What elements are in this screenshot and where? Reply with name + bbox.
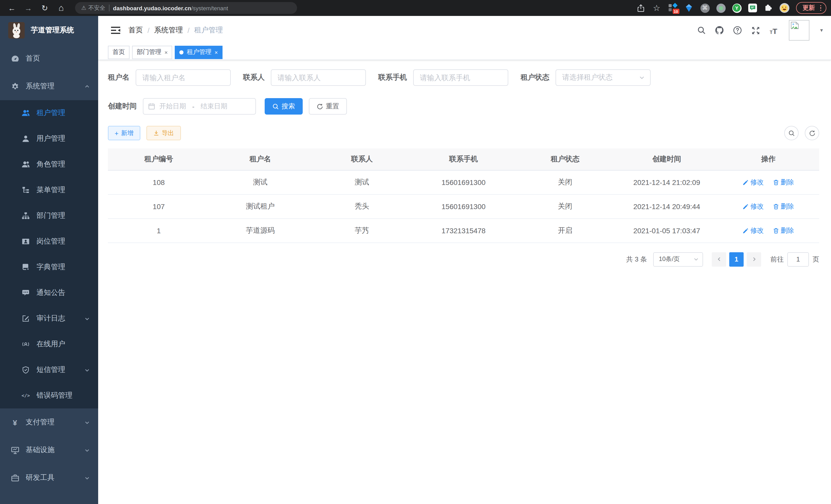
sidebar-item-dept[interactable]: 部门管理 [0, 203, 98, 229]
sidebar-item-system[interactable]: 系统管理 [0, 72, 98, 100]
cell-status: 关闭 [514, 170, 616, 194]
close-icon[interactable]: × [214, 49, 218, 55]
sidebar-item-post[interactable]: 岗位管理 [0, 229, 98, 254]
close-icon[interactable]: × [165, 49, 168, 55]
browser-reload-icon[interactable]: ↻ [38, 1, 51, 14]
sidebar-item-tenant[interactable]: 租户管理 [0, 100, 98, 126]
table-row: 107 测试租户 秃头 15601691300 关闭 2021-12-14 20… [108, 194, 819, 218]
active-tab-dot [180, 50, 184, 54]
badge-square2-icon [668, 8, 671, 11]
form-item-contact: 联系人 [243, 69, 366, 86]
font-size-icon[interactable]: TT [769, 26, 778, 35]
goto-page-input[interactable] [787, 252, 809, 266]
edit-link[interactable]: 修改 [743, 226, 764, 235]
extensions-puzzle-icon[interactable] [764, 3, 773, 12]
sidebar-item-user[interactable]: 用户管理 [0, 126, 98, 152]
sidebar: 芋道管理系统 首页 系统管理 [0, 16, 98, 504]
browser-forward-icon[interactable]: → [22, 1, 35, 14]
delete-link[interactable]: 删除 [773, 226, 794, 235]
sidebar-item-payment[interactable]: ¥ 支付管理 [0, 409, 98, 436]
edit-link-label: 修改 [750, 202, 764, 211]
sidebar-item-label: 岗位管理 [36, 237, 65, 246]
reset-button[interactable]: 重置 [309, 98, 347, 115]
field-label: 创建时间 [108, 102, 143, 111]
page-number-button[interactable]: 1 [729, 252, 744, 266]
breadcrumb-item-system[interactable]: 系统管理 [154, 26, 183, 35]
chat-extension-icon[interactable] [748, 4, 757, 12]
search-button[interactable]: 搜索 [265, 98, 303, 115]
sidebar-item-dev-tools[interactable]: 研发工具 [0, 464, 98, 492]
sidebar-logo-row: 芋道管理系统 [0, 16, 98, 45]
delete-link[interactable]: 删除 [773, 178, 794, 187]
chevron-down-icon [84, 419, 90, 425]
page-size-value: 10条/页 [659, 255, 693, 264]
extension-badge-icon[interactable]: 10 [668, 3, 678, 13]
next-page-button[interactable] [747, 252, 761, 266]
export-button[interactable]: 导出 [146, 126, 181, 140]
gem-extension-icon[interactable] [684, 3, 693, 12]
sidebar-toggle-icon[interactable] [111, 26, 121, 35]
url-host: dashboard.yudao.iocoder.cn [113, 5, 192, 11]
breadcrumb-item-home[interactable]: 首页 [128, 26, 143, 35]
tenant-name-input[interactable] [136, 69, 231, 86]
contact-input[interactable] [271, 69, 366, 86]
browser-back-icon[interactable]: ← [5, 1, 19, 14]
address-bar[interactable]: ⚠ 不安全 dashboard.yudao.iocoder.cn/system/… [75, 2, 297, 14]
cell-actions: 修改 删除 [717, 218, 819, 242]
dot-extension-icon[interactable] [716, 3, 725, 12]
tab-home[interactable]: 首页 [108, 46, 130, 59]
sidebar-item-infrastructure[interactable]: 基础设施 [0, 436, 98, 464]
add-button[interactable]: + 新增 [108, 126, 140, 140]
page-size-select[interactable]: 10条/页 [653, 252, 703, 266]
prev-page-button[interactable] [712, 252, 726, 266]
github-icon[interactable] [715, 26, 724, 35]
omnibox-divider [109, 5, 110, 11]
delete-link[interactable]: 删除 [773, 202, 794, 211]
tab-tenant[interactable]: 租户管理 × [175, 46, 223, 59]
user-avatar[interactable] [789, 20, 809, 40]
sidebar-item-audit-log[interactable]: 审计日志 [0, 306, 98, 331]
avatar-caret-icon[interactable]: ▼ [819, 28, 824, 33]
sidebar-item-error-code[interactable]: </> 错误码管理 [0, 383, 98, 409]
sidebar-item-dict[interactable]: 字典管理 [0, 254, 98, 280]
sidebar-item-label: 字典管理 [36, 263, 65, 272]
mobile-input[interactable] [413, 69, 508, 86]
id-badge-icon [21, 237, 30, 246]
toolbox-icon [10, 473, 20, 482]
org-chart-icon [21, 211, 30, 220]
search-icon[interactable] [697, 26, 706, 35]
fullscreen-icon[interactable] [751, 26, 760, 35]
form-item-mobile: 联系手机 [378, 69, 508, 86]
cell-contact: 秃头 [311, 194, 413, 218]
share-icon[interactable] [636, 3, 645, 12]
chrome-menu-icon[interactable] [820, 5, 821, 11]
tab-dept[interactable]: 部门管理 × [132, 46, 172, 59]
sidebar-item-sms[interactable]: 短信管理 [0, 357, 98, 383]
toggle-search-icon[interactable] [784, 126, 799, 140]
refresh-icon[interactable] [805, 126, 819, 140]
command-extension-icon[interactable]: ⌘ [700, 3, 710, 12]
security-indicator[interactable]: ⚠ 不安全 [81, 4, 105, 12]
help-icon[interactable] [733, 26, 742, 35]
sidebar-item-role[interactable]: 角色管理 [0, 152, 98, 177]
edit-link[interactable]: 修改 [743, 202, 764, 211]
date-range-picker[interactable]: 开始日期 - 结束日期 [143, 98, 256, 115]
pagination-total: 共 3 条 [626, 255, 647, 264]
col-tenant-name: 租户名 [209, 148, 311, 170]
chevron-down-icon [84, 316, 90, 321]
sidebar-item-online-user[interactable]: 在线用户 [0, 331, 98, 357]
browser-home-icon[interactable]: ⌂ [55, 1, 68, 14]
warning-icon: ⚠ [81, 5, 86, 11]
bookmark-star-icon[interactable]: ☆ [652, 3, 661, 12]
monitor-icon [10, 445, 20, 455]
cell-status: 开启 [514, 218, 616, 242]
cell-tenant-name: 芋道源码 [209, 218, 311, 242]
edit-link[interactable]: 修改 [743, 178, 764, 187]
sidebar-item-notice[interactable]: 通知公告 [0, 280, 98, 306]
chrome-update-button[interactable]: 更新 [796, 2, 826, 14]
status-select[interactable]: 请选择租户状态 [555, 69, 651, 86]
profile-avatar[interactable] [779, 3, 789, 13]
sidebar-item-menu[interactable]: 菜单管理 [0, 177, 98, 203]
sidebar-item-home[interactable]: 首页 [0, 45, 98, 72]
y-extension-icon[interactable]: Y [732, 3, 741, 12]
